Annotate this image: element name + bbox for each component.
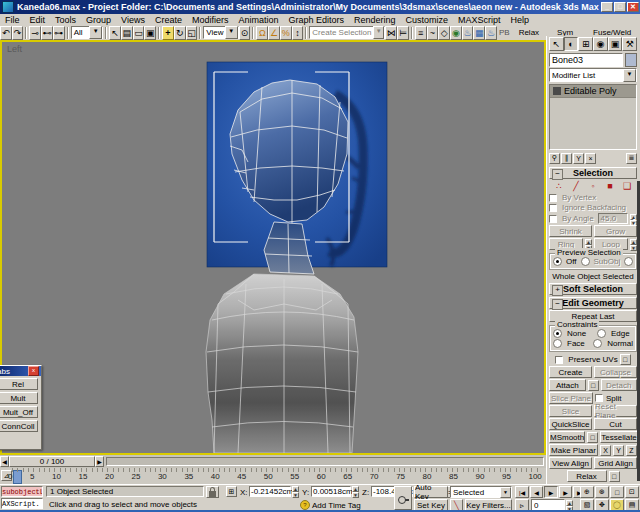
mirror-icon[interactable]: ⋈ bbox=[385, 26, 397, 40]
create-button[interactable]: Create bbox=[549, 366, 592, 378]
modify-tab-icon[interactable]: ◐ bbox=[564, 37, 579, 51]
select-link-icon[interactable]: ⊸ bbox=[29, 26, 41, 40]
viewport-left[interactable]: Left bbox=[0, 40, 546, 455]
preview-multi-radio[interactable] bbox=[624, 257, 633, 266]
chevron-down-icon[interactable]: ▼ bbox=[373, 26, 384, 39]
previous-frame-icon[interactable]: ◀ bbox=[530, 486, 543, 498]
quickslice-button[interactable]: QuickSlice bbox=[549, 418, 592, 430]
select-object-icon[interactable]: ↖ bbox=[109, 26, 121, 40]
relax-button[interactable]: Relax bbox=[567, 470, 607, 482]
maximize-button[interactable]: □ bbox=[614, 2, 626, 12]
display-tab-icon[interactable]: ▣ bbox=[608, 37, 623, 51]
chevron-down-icon[interactable]: ▼ bbox=[89, 26, 102, 39]
auto-key-button[interactable]: Auto Key bbox=[414, 486, 448, 498]
absolute-mode-icon[interactable]: ⊞ bbox=[226, 486, 237, 497]
menu-item[interactable]: File bbox=[0, 15, 25, 25]
msmooth-button[interactable]: MSmooth bbox=[549, 431, 585, 443]
slice-button[interactable]: Slice bbox=[549, 405, 592, 417]
collapse-button[interactable]: Collapse bbox=[594, 366, 637, 378]
vertex-subobject-icon[interactable]: ∴ bbox=[553, 180, 566, 192]
loop-spinner[interactable]: ▲▼ bbox=[630, 239, 637, 249]
relax-toolbar-button[interactable]: Relax bbox=[512, 26, 546, 39]
schematic-view-icon[interactable]: ◇ bbox=[438, 26, 450, 40]
pin-stack-icon[interactable]: ⚲ bbox=[549, 153, 560, 164]
selection-lock-button[interactable] bbox=[206, 486, 219, 498]
detach-button[interactable]: Detach bbox=[601, 379, 638, 391]
dialog-title-bar[interactable]: abs x bbox=[0, 366, 41, 376]
bind-spacewarp-icon[interactable]: ⊶ bbox=[53, 26, 65, 40]
redo-icon[interactable]: ↷ bbox=[12, 26, 24, 40]
angle-snap-icon[interactable]: ∠ bbox=[268, 26, 280, 40]
hierarchy-tab-icon[interactable]: ⊞ bbox=[578, 37, 593, 51]
zoom-extents-all-icon[interactable]: ⊡ bbox=[625, 486, 639, 498]
remove-modifier-icon[interactable]: × bbox=[585, 153, 596, 164]
spinner-snap-icon[interactable]: ↕ bbox=[292, 26, 304, 40]
y-spinner[interactable]: ▲▼ bbox=[352, 486, 359, 496]
preserve-uvs-settings-icon[interactable]: □ bbox=[620, 354, 631, 365]
curve-editor-icon[interactable]: ~ bbox=[427, 26, 439, 40]
soft-selection-rollout-header[interactable]: + Soft Selection bbox=[549, 283, 637, 295]
go-to-start-icon[interactable]: |◀ bbox=[515, 486, 529, 498]
menu-item[interactable]: Customize bbox=[401, 15, 454, 25]
menu-item[interactable]: Help bbox=[506, 15, 535, 25]
menu-item[interactable]: Tools bbox=[50, 15, 81, 25]
percent-snap-icon[interactable]: % bbox=[280, 26, 292, 40]
cut-button[interactable]: Cut bbox=[594, 418, 637, 430]
menu-item[interactable]: Animation bbox=[233, 15, 283, 25]
polygon-subobject-icon[interactable]: ■ bbox=[604, 180, 617, 192]
time-slider-left-arrow-icon[interactable]: ◀ bbox=[0, 456, 9, 467]
shrink-button[interactable]: Shrink bbox=[549, 225, 592, 237]
chevron-down-icon[interactable]: ▼ bbox=[623, 69, 636, 82]
mini-listener-pane[interactable]: AXScript. bbox=[1, 498, 43, 509]
attach-button[interactable]: Attach bbox=[549, 379, 586, 391]
create-tab-icon[interactable]: ↖ bbox=[549, 37, 564, 51]
time-slider-track[interactable] bbox=[106, 457, 544, 466]
preview-off-radio[interactable] bbox=[553, 257, 562, 266]
select-scale-icon[interactable]: ◱ bbox=[186, 26, 198, 40]
quick-render-icon[interactable]: ♨ bbox=[485, 26, 497, 40]
planar-y-button[interactable]: Y bbox=[613, 445, 624, 456]
constraint-edge-radio[interactable] bbox=[597, 329, 606, 338]
menu-item[interactable]: Graph Editors bbox=[283, 15, 349, 25]
render-setup-icon[interactable]: ♨ bbox=[462, 26, 474, 40]
grid-align-button[interactable]: Grid Align bbox=[594, 457, 637, 469]
view-align-button[interactable]: View Align bbox=[549, 457, 592, 469]
time-slider-right-arrow-icon[interactable]: ▶ bbox=[95, 456, 104, 467]
show-end-result-icon[interactable]: ∥ bbox=[561, 153, 572, 164]
chevron-down-icon[interactable]: ▼ bbox=[225, 26, 238, 39]
planar-z-button[interactable]: Z bbox=[626, 445, 637, 456]
named-selection-set-dropdown[interactable]: Create Selection Set ▼ bbox=[309, 26, 385, 39]
y-coordinate-field[interactable]: 0.00518cm bbox=[311, 486, 351, 497]
ignore-backfacing-checkbox[interactable] bbox=[549, 204, 557, 212]
border-subobject-icon[interactable]: ◦ bbox=[587, 180, 600, 192]
viewport-label[interactable]: Left bbox=[7, 44, 22, 54]
key-selection-dropdown[interactable]: Selected ▼ bbox=[450, 486, 512, 498]
select-move-icon[interactable]: + bbox=[162, 26, 174, 40]
preview-subobj-radio[interactable] bbox=[581, 257, 590, 266]
align-icon[interactable]: ⊨ bbox=[397, 26, 409, 40]
modifier-stack-item[interactable]: Editable Poly bbox=[550, 85, 636, 98]
use-pivot-icon[interactable]: ⊙ bbox=[239, 26, 251, 40]
constraint-normal-radio[interactable] bbox=[593, 339, 602, 348]
dialog-button[interactable]: Mult_Off bbox=[0, 406, 38, 418]
constraint-face-radio[interactable] bbox=[553, 339, 562, 348]
x-coordinate-field[interactable]: -0.21452cm bbox=[249, 486, 291, 497]
menu-item[interactable]: Modifiers bbox=[187, 15, 234, 25]
modifier-stack[interactable]: Editable Poly bbox=[549, 84, 637, 150]
chevron-down-icon[interactable]: ▼ bbox=[500, 487, 511, 498]
utilities-tab-icon[interactable]: ⚒ bbox=[622, 37, 637, 51]
unlink-icon[interactable]: ⊷ bbox=[41, 26, 53, 40]
undo-icon[interactable]: ↶ bbox=[0, 26, 12, 40]
zoom-extents-icon[interactable]: □ bbox=[610, 486, 624, 498]
x-spinner[interactable]: ▲▼ bbox=[292, 486, 299, 496]
collapse-icon[interactable]: − bbox=[552, 299, 563, 310]
angle-spinner[interactable]: ▲▼ bbox=[630, 214, 637, 224]
zoom-icon[interactable]: ⊕ bbox=[580, 486, 594, 498]
dialog-close-icon[interactable]: x bbox=[28, 366, 39, 376]
select-by-name-icon[interactable]: ▤ bbox=[121, 26, 133, 40]
menu-item[interactable]: Views bbox=[116, 15, 150, 25]
close-button[interactable]: ✕ bbox=[627, 2, 639, 12]
collapse-icon[interactable]: − bbox=[552, 169, 563, 180]
dialog-button[interactable]: Rel bbox=[0, 378, 38, 390]
element-subobject-icon[interactable]: ❑ bbox=[621, 180, 634, 192]
